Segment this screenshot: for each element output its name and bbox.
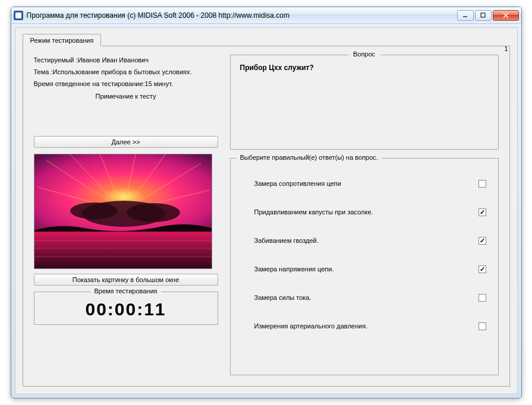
answer-checkbox[interactable]: ✓ bbox=[479, 237, 486, 245]
svg-point-15 bbox=[127, 203, 180, 222]
info-block: Тестируемый : Иванов Иван Иванович Тема … bbox=[34, 55, 218, 103]
answer-row: Замера силы тока. bbox=[254, 283, 486, 312]
svg-rect-16 bbox=[34, 232, 212, 269]
answers-groupbox: Выберите правильный(е) ответ(ы) на вопро… bbox=[230, 158, 499, 375]
timer-label: Время тестирования bbox=[90, 287, 160, 295]
titlebar: Программа для тестирования (c) MIDISA So… bbox=[11, 7, 521, 24]
window: Программа для тестирования (c) MIDISA So… bbox=[11, 7, 522, 398]
answer-row: Придавливанием капусты при засолке.✓ bbox=[254, 198, 486, 226]
window-title: Программа для тестирования (c) MIDISA So… bbox=[27, 11, 457, 20]
question-image bbox=[34, 154, 212, 269]
tab-body: 1 Тестируемый : Иванов Иван Иванович Тем… bbox=[23, 46, 510, 387]
answer-row: Забиванием гвоздей.✓ bbox=[254, 226, 486, 255]
maximize-button[interactable] bbox=[475, 10, 492, 21]
answer-checkbox[interactable] bbox=[479, 180, 486, 188]
answers-group-label: Выберите правильный(е) ответ(ы) на вопро… bbox=[237, 154, 382, 161]
right-column: Вопрос Прибор Цхх служит? Выберите прави… bbox=[230, 55, 499, 375]
answer-checkbox[interactable] bbox=[479, 322, 486, 330]
answer-row: Измерения артериального давления. bbox=[254, 312, 486, 340]
answer-row: Замера напряжения цепи.✓ bbox=[254, 255, 486, 283]
question-text: Прибор Цхх служит? bbox=[240, 64, 489, 72]
show-picture-button[interactable]: Показать картинку в большом окне bbox=[34, 274, 218, 286]
answer-text: Замера напряжения цепи. bbox=[254, 265, 334, 273]
time-allotted-label: Время отведенное на тестирование: bbox=[34, 78, 145, 90]
minimize-button[interactable] bbox=[457, 10, 474, 21]
left-column: Тестируемый : Иванов Иван Иванович Тема … bbox=[34, 55, 218, 375]
answer-text: Измерения артериального давления. bbox=[254, 322, 368, 330]
next-button[interactable]: Далее >> bbox=[34, 136, 218, 148]
close-button[interactable] bbox=[493, 10, 519, 21]
timer-groupbox: Время тестирования 00:00:11 bbox=[34, 292, 218, 325]
tab-testing-mode[interactable]: Режим тестирования bbox=[23, 34, 102, 46]
app-icon bbox=[14, 11, 23, 20]
time-allotted-value: 15 минут. bbox=[145, 78, 173, 90]
testee-label: Тестируемый : bbox=[34, 55, 78, 67]
timer-value: 00:00:11 bbox=[39, 297, 213, 319]
answer-text: Придавливанием капусты при засолке. bbox=[254, 208, 373, 216]
testee-value: Иванов Иван Иванович bbox=[78, 55, 149, 67]
answer-text: Замера сопротивления цепи bbox=[254, 180, 341, 187]
window-controls bbox=[457, 10, 519, 21]
tab-header: Режим тестирования bbox=[23, 34, 510, 46]
answer-checkbox[interactable] bbox=[479, 294, 486, 302]
svg-point-14 bbox=[70, 202, 118, 219]
question-group-label: Вопрос bbox=[348, 50, 380, 58]
answer-text: Замера силы тока. bbox=[254, 294, 311, 301]
answer-row: Замера сопротивления цепи bbox=[254, 169, 486, 198]
test-note: Примечание к тесту bbox=[34, 91, 218, 103]
topic-value: Использование прибора в бытовых условиях… bbox=[53, 67, 192, 78]
svg-rect-1 bbox=[481, 13, 485, 17]
question-groupbox: Вопрос Прибор Цхх служит? bbox=[230, 55, 499, 150]
answer-text: Забиванием гвоздей. bbox=[254, 237, 319, 244]
answer-checkbox[interactable]: ✓ bbox=[479, 265, 486, 273]
topic-label: Тема : bbox=[34, 67, 53, 78]
client-area: Режим тестирования 1 Тестируемый : Ивано… bbox=[15, 27, 518, 394]
answer-checkbox[interactable]: ✓ bbox=[479, 208, 486, 216]
